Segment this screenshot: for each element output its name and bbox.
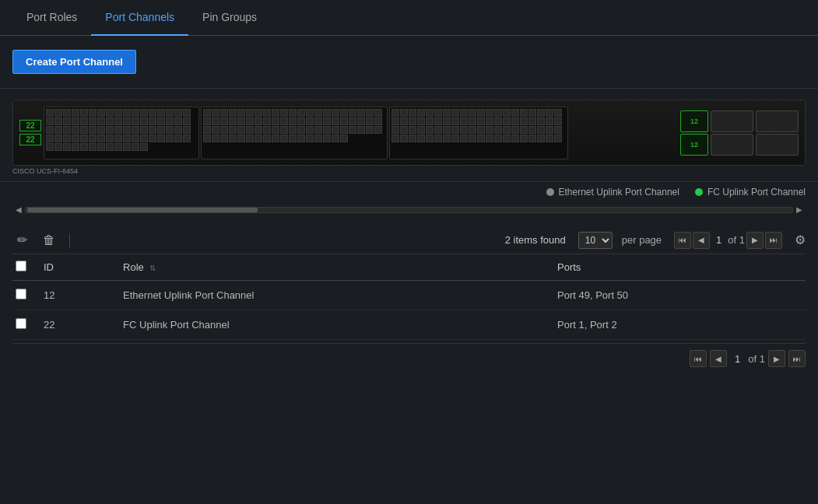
port-slot	[229, 126, 237, 134]
port-slot	[72, 117, 79, 125]
port-slot	[97, 109, 105, 117]
port-slot	[511, 109, 519, 117]
port-slot	[220, 117, 228, 125]
next-page-btn[interactable]: ▶	[746, 232, 764, 249]
bottom-next-btn[interactable]: ▶	[768, 350, 785, 367]
port-slot	[246, 135, 254, 142]
port-slot	[97, 126, 105, 134]
port-slot	[54, 135, 62, 142]
port-slot	[149, 135, 156, 142]
port-slot	[443, 117, 451, 125]
top-action-bar: ✏ 🗑 2 items found 10 25 50 per page ⏮ ◀ …	[12, 223, 806, 254]
tab-pin-groups[interactable]: Pin Groups	[188, 0, 271, 36]
create-port-channel-button[interactable]: Create Port Channel	[12, 50, 136, 74]
row-select-checkbox[interactable]	[16, 318, 26, 329]
port-slot	[54, 109, 62, 117]
port-slot	[174, 109, 182, 117]
of-label-top: of 1	[728, 234, 745, 246]
port-slot	[54, 126, 62, 134]
prev-page-btn[interactable]: ◀	[693, 232, 710, 249]
port-slot	[357, 117, 365, 125]
bottom-last-btn[interactable]: ⏭	[788, 350, 806, 367]
port-slot	[203, 117, 211, 125]
port-slot	[289, 109, 297, 117]
port-slot	[528, 109, 536, 117]
port-slot	[132, 117, 139, 125]
port-section-1	[44, 107, 199, 159]
role-sort-icon[interactable]: ⇅	[149, 264, 156, 272]
port-slot	[503, 117, 511, 125]
table-header-row: ID Role ⇅ Ports	[12, 254, 806, 281]
port-slot	[263, 117, 271, 125]
port-slot	[63, 109, 71, 117]
port-slot	[554, 117, 562, 125]
per-page-select[interactable]: 10 25 50	[578, 232, 613, 249]
port-slot	[72, 109, 79, 117]
port-slot	[323, 126, 331, 134]
port-slot	[72, 143, 79, 151]
per-page-label: per page	[622, 234, 662, 246]
port-slot	[212, 117, 219, 125]
port-slot	[80, 126, 88, 134]
port-slot	[451, 135, 459, 142]
scroll-track[interactable]	[25, 207, 793, 213]
diagram-scrollbar: ◀ ▶	[0, 205, 818, 223]
port-slot	[289, 117, 297, 125]
row-select-checkbox[interactable]	[16, 289, 26, 299]
settings-icon[interactable]: ⚙	[795, 233, 806, 247]
tab-port-channels[interactable]: Port Channels	[91, 0, 188, 36]
port-slot	[546, 126, 553, 134]
port-slot	[486, 126, 493, 134]
port-slot	[451, 126, 459, 134]
delete-icon[interactable]: 🗑	[38, 232, 60, 249]
port-slot	[203, 109, 211, 117]
tab-port-roles[interactable]: Port Roles	[12, 0, 91, 36]
port-slot	[54, 143, 62, 151]
ethernet-label: Ethernet Uplink Port Channel	[559, 187, 679, 198]
qsfp-stack-labeled: 12 12	[680, 110, 708, 156]
row-checkbox	[12, 310, 36, 340]
of-label-bottom: of 1	[748, 353, 765, 365]
port-slot	[289, 135, 297, 142]
row-ports: Port 1, Port 2	[549, 310, 806, 340]
first-page-btn[interactable]: ⏮	[674, 232, 691, 249]
legend: Ethernet Uplink Port Channel FC Uplink P…	[0, 182, 818, 205]
port-slot	[166, 126, 174, 134]
last-page-btn[interactable]: ⏭	[765, 232, 782, 249]
port-slot	[434, 135, 442, 142]
port-slot	[80, 135, 88, 142]
select-all-checkbox[interactable]	[16, 261, 26, 271]
port-slot	[537, 126, 545, 134]
legend-fc: FC Uplink Port Channel	[695, 187, 806, 198]
port-slot	[183, 109, 191, 117]
port-slot	[63, 135, 71, 142]
port-slot	[97, 135, 105, 142]
port-slot	[417, 135, 425, 142]
port-slot	[460, 126, 468, 134]
port-slot	[391, 135, 399, 142]
port-slot	[314, 109, 322, 117]
port-slot	[528, 117, 536, 125]
port-slot	[132, 126, 139, 134]
port-slot	[469, 109, 476, 117]
port-slot	[340, 117, 348, 125]
port-slot	[123, 135, 131, 142]
port-slot	[157, 135, 165, 142]
port-slot	[400, 126, 408, 134]
bottom-first-btn[interactable]: ⏮	[690, 350, 707, 367]
port-slot	[246, 126, 254, 134]
port-slot	[443, 126, 451, 134]
port-slot	[528, 135, 536, 142]
port-slot	[314, 126, 322, 134]
port-slot	[340, 126, 348, 134]
port-slot	[63, 126, 71, 134]
port-slot	[237, 135, 245, 142]
scroll-left-arrow[interactable]: ◀	[12, 205, 25, 214]
edit-icon[interactable]: ✏	[12, 231, 32, 249]
port-slot	[212, 135, 219, 142]
bottom-prev-btn[interactable]: ◀	[710, 350, 727, 367]
port-slot	[477, 135, 485, 142]
port-slot	[246, 109, 254, 117]
port-slot	[255, 109, 262, 117]
scroll-right-arrow[interactable]: ▶	[793, 205, 806, 214]
